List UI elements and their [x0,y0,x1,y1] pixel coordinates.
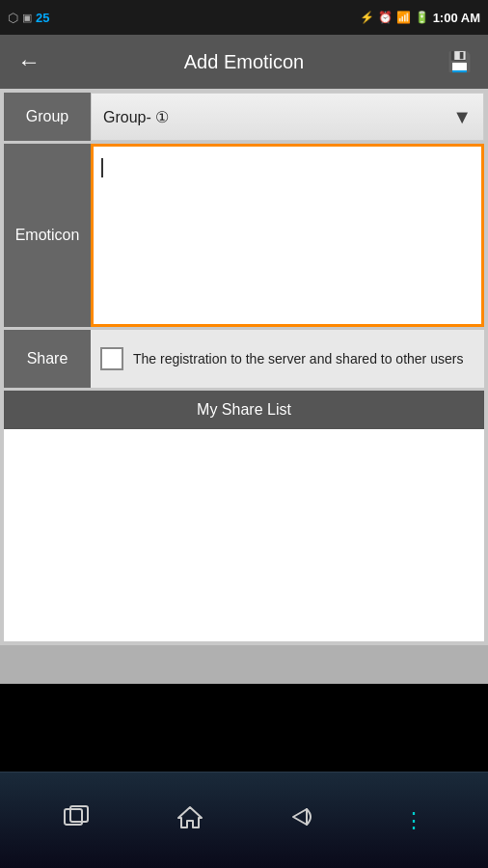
recent-apps-button[interactable] [63,805,90,835]
share-list-content [4,429,484,641]
more-options-button[interactable]: ⋮ [403,808,425,833]
notification-icon-3: 25 [36,11,49,25]
navigation-bar: ⋮ [0,772,488,868]
emoticon-input[interactable] [91,144,484,327]
share-control: The registration to the server and share… [91,330,484,388]
notification-icon-1: ⬡ [8,11,18,25]
share-row: Share The registration to the server and… [4,330,484,388]
group-label: Group [4,93,91,141]
group-row: Group Group- ① ▼ [4,93,484,141]
back-nav-button[interactable] [289,805,316,835]
main-content: Group Group- ① ▼ Emoticon Share The regi… [0,89,488,645]
group-selected-value: Group- ① [103,108,169,126]
battery-icon: 🔋 [415,11,429,24]
group-dropdown[interactable]: Group- ① ▼ [91,93,484,141]
bottom-spacer [0,645,488,684]
notification-icon-2: ▣ [22,12,32,24]
chevron-down-icon: ▼ [452,106,472,128]
emoticon-label: Emoticon [4,144,91,327]
svg-marker-2 [178,807,202,827]
group-control: Group- ① ▼ [91,93,484,141]
share-list-header: My Share List [4,391,484,429]
alarm-icon: ⏰ [378,11,393,24]
share-label: Share [4,330,91,388]
text-cursor [101,158,103,177]
status-icons-left: ⬡ ▣ 25 [8,11,49,25]
page-title: Add Emoticon [46,51,442,73]
emoticon-control [91,144,484,327]
emoticon-row: Emoticon [4,144,484,327]
time-display: 1:00 AM [433,11,480,25]
share-description: The registration to the server and share… [133,350,463,367]
back-button[interactable]: ← [12,48,46,75]
action-bar: ← Add Emoticon 💾 [0,35,488,89]
status-bar: ⬡ ▣ 25 ⚡ ⏰ 📶 🔋 1:00 AM [0,0,488,35]
status-icons-right: ⚡ ⏰ 📶 🔋 1:00 AM [360,11,480,25]
home-button[interactable] [176,804,203,836]
bluetooth-icon: ⚡ [360,11,374,24]
share-list-title: My Share List [197,401,291,419]
save-button[interactable]: 💾 [442,50,476,73]
signal-icon: 📶 [396,11,411,24]
share-checkbox[interactable] [100,347,123,370]
